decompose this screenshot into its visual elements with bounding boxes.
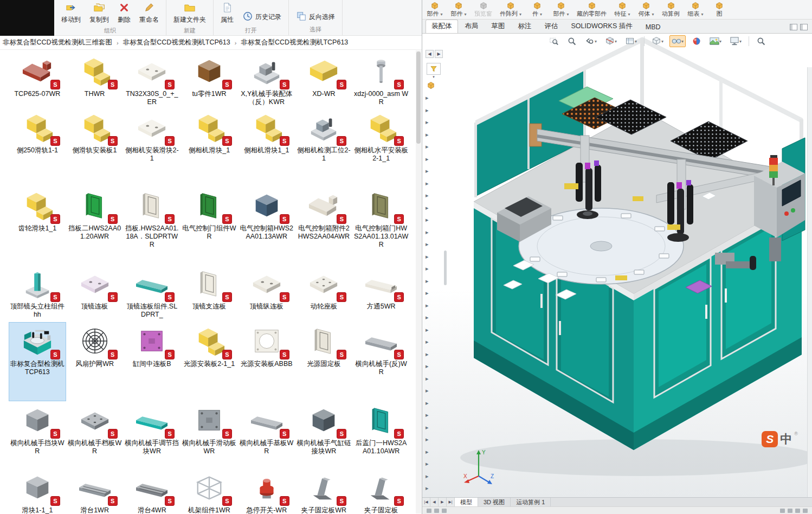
zoom-to-fit-icon[interactable]: [547, 35, 561, 47]
file-item[interactable]: S侧250滑轨1-1: [9, 108, 66, 187]
file-item[interactable]: S横向机械手气缸链接块WR: [295, 401, 353, 468]
file-item[interactable]: S横向机械手基板WR: [238, 401, 295, 468]
file-item[interactable]: S顶部镜头立柱组件hh: [9, 265, 66, 322]
commandmanager-tab[interactable]: 标注: [512, 20, 538, 33]
file-item[interactable]: S光源固定板: [295, 322, 353, 401]
file-item[interactable]: S缸间中连板B: [123, 322, 181, 401]
explorer-scrollbar[interactable]: [416, 50, 421, 513]
feature-tree-expand-arrow[interactable]: ▸: [426, 338, 429, 345]
file-item[interactable]: S非标复合型检测机TCP613: [9, 322, 66, 401]
file-item[interactable]: S风扇护网WR: [66, 322, 124, 401]
file-item[interactable]: S顶镜纵连板: [238, 265, 295, 322]
feature-tree-expand-arrow[interactable]: ▸: [426, 351, 429, 358]
sw-ribbon-button[interactable]: 部件 ▾: [450, 2, 467, 18]
file-item[interactable]: S横向机械手挡块WR: [9, 401, 66, 468]
delete-button[interactable]: 删除: [115, 2, 133, 25]
feature-tree-expand-arrow[interactable]: ▸: [426, 107, 429, 114]
file-item[interactable]: S滑台4WR: [123, 468, 181, 514]
commandmanager-tab[interactable]: 评估: [539, 20, 564, 33]
file-item[interactable]: S机架组件1WR: [181, 468, 238, 514]
file-item[interactable]: Stu零件1WR: [181, 52, 238, 108]
file-item[interactable]: S顶镜连板组件.SLDPRT_: [123, 265, 181, 322]
feature-tree-expand-arrow[interactable]: ▸: [426, 412, 429, 419]
file-item[interactable]: S夹子固定板WR: [295, 468, 353, 514]
file-item[interactable]: S急停开关-WR: [238, 468, 295, 514]
invert-selection-button[interactable]: 反向选择: [293, 10, 338, 24]
feature-tree-expand-arrow[interactable]: ▸: [426, 436, 429, 443]
file-item[interactable]: S后盖门一HWS2AA01.10AWR: [352, 401, 410, 468]
file-item[interactable]: SXD-WR: [295, 52, 353, 108]
task-pane-edge[interactable]: [807, 67, 812, 497]
file-item[interactable]: S侧相机安装滑块2-1: [123, 108, 181, 187]
tree-filter[interactable]: ▾: [427, 63, 441, 79]
sw-ribbon-button[interactable]: 部件 ▾: [427, 2, 443, 18]
file-item[interactable]: STHWR: [66, 52, 124, 108]
graphics-viewport[interactable]: ▾▾▾▾▾▾▾ ◀ ▶ ▾ ▸▸▸▸▸▸▸▸▸▸▸▸▸▸▸▸▸▸▸▸▸▸▸▸▸▸…: [422, 34, 812, 497]
full-pane-icon[interactable]: [800, 24, 808, 30]
tab-scroller[interactable]: ▶: [439, 498, 447, 506]
file-item[interactable]: S电气控制箱门HWS2AA01.13.01AWR: [352, 187, 410, 265]
file-item[interactable]: S挡板二HWS2AA01.20AWR: [66, 187, 124, 265]
feature-tree-expand-arrow[interactable]: ▸: [426, 424, 429, 431]
file-item[interactable]: S横向机械手(反)WR: [352, 322, 410, 401]
sw-ribbon-button[interactable]: 细表 ▾: [687, 2, 704, 18]
feature-tree-expand-arrow[interactable]: ▸: [426, 143, 429, 150]
apply-scene-icon[interactable]: ▾: [707, 35, 724, 47]
breadcrumb-item[interactable]: 非标复合型CCD视觉检测机TCP613: [122, 37, 231, 48]
file-item[interactable]: SX,Y机械手装配体（反）KWR: [238, 52, 295, 108]
next-pane-icon[interactable]: ▶: [435, 50, 443, 58]
edit-appearance-icon[interactable]: [689, 35, 704, 47]
feature-tree-expand-arrow[interactable]: ▸: [426, 265, 429, 272]
feature-tree-expand-arrow[interactable]: ▸: [426, 387, 429, 394]
breadcrumb-item[interactable]: 非标复合型CCD视觉检测机TCP613: [240, 37, 349, 48]
feature-tree-expand-arrow[interactable]: ▸: [426, 278, 429, 285]
file-item[interactable]: S光源安装板ABBB: [238, 322, 295, 401]
sw-ribbon-button[interactable]: 预览窗: [474, 2, 492, 18]
file-item[interactable]: S滑块1-1_1: [9, 468, 66, 514]
file-item[interactable]: S电气控制箱附件2HWS2AA04AWR: [295, 187, 353, 265]
model-tab[interactable]: 运动算例 1: [511, 498, 551, 506]
file-item[interactable]: S侧相机检测工位2-1: [295, 108, 353, 187]
file-item[interactable]: S滑台1WR: [66, 468, 124, 514]
file-item[interactable]: S横向机械手调节挡块WR: [123, 401, 181, 468]
feature-tree-expand-arrow[interactable]: ▸: [426, 290, 429, 297]
annotation-views-icon[interactable]: ▾: [623, 35, 639, 47]
properties-button[interactable]: 属性: [218, 2, 236, 25]
feature-tree-expand-arrow[interactable]: ▸: [426, 302, 429, 309]
feature-tree-expand-arrow[interactable]: ▸: [426, 375, 429, 382]
file-item[interactable]: STN32X30S_0_+_ER: [123, 52, 181, 108]
feature-tree-expand-arrow[interactable]: ▸: [426, 253, 429, 260]
prev-pane-icon[interactable]: ◀: [426, 50, 434, 58]
model-tab[interactable]: 模型: [455, 498, 478, 506]
tab-scroller[interactable]: ◀: [430, 498, 439, 506]
feature-tree-expand-arrow[interactable]: ▸: [426, 119, 429, 126]
featuremanager-splitter[interactable]: [444, 250, 447, 285]
file-item[interactable]: S动轮座板: [295, 265, 353, 322]
feature-tree-expand-arrow[interactable]: ▸: [426, 460, 429, 467]
tab-scroller[interactable]: |◀: [422, 498, 430, 506]
file-item[interactable]: S顶镜连板: [66, 265, 124, 322]
feature-tree-expand-arrow[interactable]: ▸: [426, 204, 429, 211]
sw-ribbon-button[interactable]: 件 ▾: [529, 2, 545, 18]
feature-tree-expand-arrow[interactable]: ▸: [426, 168, 429, 175]
file-item[interactable]: S侧相机滑块_1: [181, 108, 238, 187]
file-item[interactable]: S方通5WR: [352, 265, 410, 322]
sw-ribbon-button[interactable]: 件阵列 ▾: [500, 2, 521, 18]
file-item[interactable]: S光源安装板2-1_1: [181, 322, 238, 401]
sw-ribbon-button[interactable]: 动算例: [662, 2, 680, 18]
commandmanager-tab[interactable]: 布局: [459, 20, 485, 33]
commandmanager-tab[interactable]: 装配体: [426, 20, 458, 33]
commandmanager-tab[interactable]: MBD: [640, 21, 667, 33]
display-style-icon[interactable]: ▾: [649, 35, 666, 47]
pan-icon[interactable]: [754, 35, 768, 47]
feature-tree-expand-arrow[interactable]: ▸: [426, 473, 429, 480]
feature-tree-expand-arrow[interactable]: ▸: [426, 400, 429, 407]
section-view-icon[interactable]: ▾: [603, 35, 619, 47]
previous-view-icon[interactable]: ▾: [583, 35, 599, 47]
file-item[interactable]: S侧相机滑块1_1: [238, 108, 295, 187]
move-to-button[interactable]: 移动到: [59, 2, 83, 25]
commandmanager-tab[interactable]: SOLIDWORKS 插件: [565, 20, 639, 33]
feature-tree-expand-arrow[interactable]: ▸: [426, 216, 429, 223]
feature-tree-expand-arrow[interactable]: ▸: [426, 156, 429, 163]
file-item[interactable]: S夹子固定板: [352, 468, 410, 514]
